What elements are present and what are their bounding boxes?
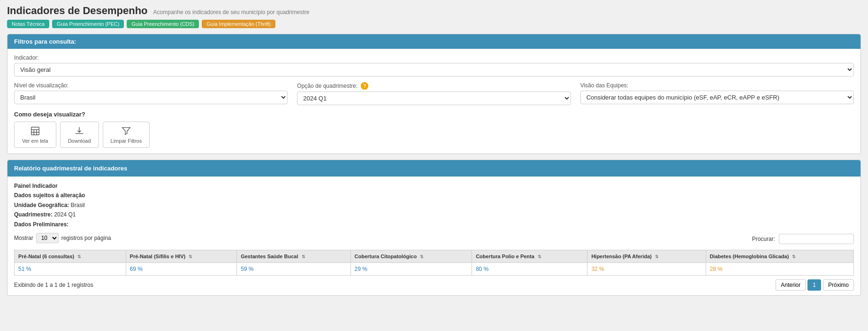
- action-buttons: Ver em tela Download Limpar Filtros: [14, 122, 854, 148]
- cell-gestantes-bucal: 59 %: [237, 262, 350, 275]
- quadrimestre-label: Opção de quadrimestre: ?: [297, 82, 571, 90]
- badge-guia-cds[interactable]: Guia Preenchimento (CDS): [127, 20, 199, 28]
- table-footer: Exibindo de 1 a 1 de 1 registros Anterio…: [14, 279, 854, 291]
- page-title: Indicadores de Desempenho: [7, 5, 148, 17]
- search-row: Procurar:: [752, 234, 854, 244]
- sort-icon-cobertura-cito: ⇅: [420, 254, 424, 259]
- col-hipertensao[interactable]: Hipertensão (PA Aferida) ⇅: [587, 250, 706, 262]
- filter-header: Filtros para consulta:: [8, 34, 860, 49]
- quadrimestre-select[interactable]: 2024 Q1: [297, 92, 571, 105]
- proximo-button[interactable]: Próximo: [823, 279, 854, 291]
- cell-prenatal-sifilis: 69 %: [126, 262, 237, 275]
- page-subtitle: Acompanhe os indicadores de seu municípi…: [153, 9, 310, 15]
- cell-hipertensao: 32 %: [587, 262, 706, 275]
- data-table: Pré-Natal (6 consultas) ⇅ Pré-Natal (Síf…: [14, 250, 854, 276]
- cell-diabetes: 28 %: [706, 262, 853, 275]
- col-prenatal-sifilis[interactable]: Pré-Natal (Sífilis e HIV) ⇅: [126, 250, 237, 262]
- indicador-select[interactable]: Visão geral: [14, 63, 854, 77]
- registros-label: registros por página: [61, 235, 111, 241]
- sort-icon-cobertura-polio: ⇅: [538, 254, 541, 259]
- report-header: Relatório quadrimestral de indicadores: [8, 160, 860, 177]
- badge-guia-thrift[interactable]: Guia Implementação (Thrift): [202, 20, 275, 28]
- filter-section: Filtros para consulta: Indicador: Visão …: [7, 34, 861, 154]
- pagination: Anterior 1 Próximo: [776, 279, 854, 291]
- report-section: Relatório quadrimestral de indicadores P…: [7, 160, 861, 296]
- sort-icon-prenatal6: ⇅: [77, 254, 81, 259]
- svg-rect-0: [31, 127, 39, 135]
- sort-icon-prenatal-sifilis: ⇅: [189, 254, 192, 259]
- filter-icon: [121, 126, 131, 136]
- visao-label: Visão das Equipes:: [580, 82, 854, 89]
- report-meta: Painel Indicador Dados sujeitos à altera…: [14, 181, 854, 229]
- nivel-label: Nível de visualização:: [14, 82, 288, 89]
- table-controls: Mostrar 10 registros por página: [14, 233, 111, 243]
- anterior-button[interactable]: Anterior: [776, 279, 806, 291]
- badge-guia-pec[interactable]: Guia Preenchimento (PEC): [52, 20, 124, 28]
- ver-em-tela-button[interactable]: Ver em tela: [14, 122, 56, 148]
- footer-info: Exibindo de 1 a 1 de 1 registros: [14, 282, 93, 288]
- download-button[interactable]: Download: [60, 122, 99, 148]
- info-icon: ?: [361, 82, 368, 90]
- mostrar-select[interactable]: 10: [36, 233, 59, 243]
- cell-prenatal6: 51 %: [15, 262, 126, 275]
- indicador-label: Indicador:: [14, 54, 854, 61]
- download-icon: [74, 126, 84, 136]
- procurar-label: Procurar:: [752, 236, 775, 242]
- col-gestantes-bucal[interactable]: Gestantes Saúde Bucal ⇅: [237, 250, 350, 262]
- como-visualizar-label: Como deseja visualizar?: [14, 111, 854, 118]
- visao-select[interactable]: Considerar todas equipes do município (e…: [580, 91, 854, 104]
- table-icon: [30, 126, 40, 136]
- cell-cobertura-cito: 29 %: [350, 262, 472, 275]
- limpar-filtros-button[interactable]: Limpar Filtros: [103, 122, 150, 148]
- sort-icon-gestantes-bucal: ⇅: [302, 254, 305, 259]
- cell-cobertura-polio: 80 %: [472, 262, 587, 275]
- col-prenatal6[interactable]: Pré-Natal (6 consultas) ⇅: [15, 250, 126, 262]
- page-1-button[interactable]: 1: [807, 279, 821, 291]
- table-row: 51 % 69 % 59 % 29 % 80 % 32 % 28 %: [15, 262, 854, 275]
- nivel-select[interactable]: Brasil: [14, 91, 288, 104]
- col-cobertura-polio[interactable]: Cobertura Polio e Penta ⇅: [472, 250, 587, 262]
- col-cobertura-cito[interactable]: Cobertura Citopatológico ⇅: [350, 250, 472, 262]
- sort-icon-diabetes: ⇅: [792, 254, 796, 259]
- col-diabetes[interactable]: Diabetes (Hemoglobina Glicada) ⇅: [706, 250, 853, 262]
- sort-icon-hipertensao: ⇅: [655, 254, 659, 259]
- badge-notas-tecnica[interactable]: Notas Técnica: [7, 20, 49, 28]
- badge-row: Notas Técnica Guia Preenchimento (PEC) G…: [7, 20, 861, 28]
- mostrar-label: Mostrar: [14, 235, 33, 241]
- search-input[interactable]: [779, 234, 854, 244]
